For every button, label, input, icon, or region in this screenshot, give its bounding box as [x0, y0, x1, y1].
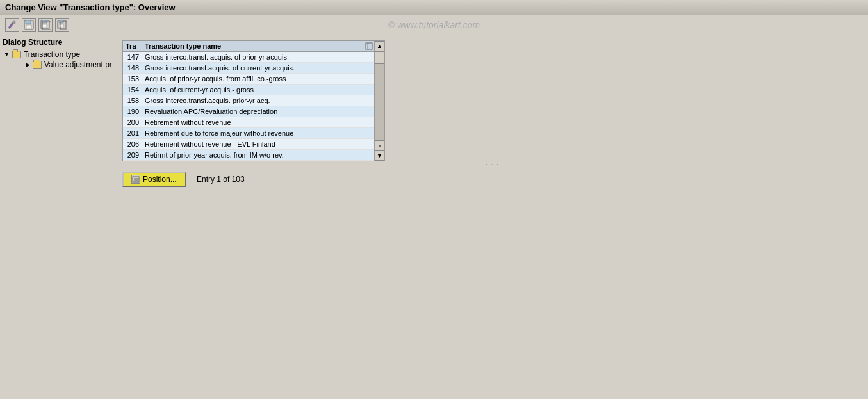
- save2-btn[interactable]: [38, 18, 53, 32]
- content-area: Tra Transaction type name 147: [117, 35, 868, 389]
- row-name-9: Retirmt of prior-year acquis. from IM w/…: [142, 150, 374, 160]
- position-button[interactable]: Position...: [122, 172, 186, 187]
- scroll-down-btn[interactable]: ▼: [375, 151, 385, 161]
- svg-rect-12: [366, 43, 372, 49]
- row-tra-8: 206: [123, 139, 142, 149]
- table-data: Tra Transaction type name 147: [123, 41, 374, 161]
- table-row[interactable]: 200 Retirement without revenue: [123, 117, 374, 128]
- main-layout: Dialog Structure ▼ Transaction type ▶ Va…: [0, 35, 868, 389]
- sidebar: Dialog Structure ▼ Transaction type ▶ Va…: [0, 35, 117, 389]
- col-header-tra[interactable]: Tra: [123, 41, 142, 51]
- save3-btn[interactable]: [55, 18, 69, 32]
- title-text: Change View "Transaction type": Overview: [5, 3, 176, 12]
- divider-icon: · · ·: [486, 161, 499, 167]
- svg-rect-6: [42, 24, 47, 28]
- row-tra-9: 209: [123, 150, 142, 160]
- sidebar-child-label: Value adjustment pr: [44, 60, 112, 69]
- sidebar-item-transaction-type[interactable]: ▼ Transaction type: [3, 49, 114, 60]
- row-tra-2: 153: [123, 74, 142, 84]
- row-name-2: Acquis. of prior-yr acquis. from affil. …: [142, 74, 374, 84]
- row-tra-3: 154: [123, 85, 142, 95]
- row-tra-4: 158: [123, 95, 142, 106]
- folder-icon: [12, 51, 21, 58]
- svg-rect-3: [26, 25, 31, 29]
- col-header-name[interactable]: Transaction type name: [142, 41, 363, 51]
- table-row[interactable]: 147 Gross interco.transf. acquis. of pri…: [123, 52, 374, 63]
- position-btn-label: Position...: [143, 175, 177, 184]
- row-name-1: Gross interco.transf.acquis. of current-…: [142, 63, 374, 73]
- row-name-5: Revaluation APC/Revaluation depreciation: [142, 106, 374, 117]
- row-name-6: Retirement without revenue: [142, 117, 374, 127]
- table-scroll: Tra Transaction type name 147: [123, 41, 384, 161]
- expand-arrow: ▼: [4, 51, 10, 58]
- table-row[interactable]: 153 Acquis. of prior-yr acquis. from aff…: [123, 74, 374, 85]
- table-header: Tra Transaction type name: [123, 41, 374, 52]
- table-row[interactable]: 201 Retirement due to force majeur witho…: [123, 128, 374, 139]
- col-resize-btn[interactable]: [363, 41, 374, 51]
- watermark: © www.tutorialkart.com: [388, 20, 480, 30]
- sidebar-title: Dialog Structure: [3, 38, 114, 47]
- row-name-4: Gross interco.transf.acquis. prior-yr ac…: [142, 95, 374, 106]
- folder-icon-child: [33, 61, 42, 69]
- vertical-scrollbar[interactable]: ▲ ■ ▼: [374, 41, 384, 161]
- row-tra-5: 190: [123, 106, 142, 117]
- table-row[interactable]: 206 Retirement without revenue - EVL Fin…: [123, 139, 374, 150]
- row-name-8: Retirement without revenue - EVL Finland: [142, 139, 374, 149]
- svg-rect-0: [13, 21, 15, 24]
- sidebar-item-value-adjustment[interactable]: ▶ Value adjustment pr: [13, 60, 114, 70]
- table-rows: 147 Gross interco.transf. acquis. of pri…: [123, 52, 374, 161]
- row-name-7: Retirement due to force majeur without r…: [142, 128, 374, 138]
- row-tra-1: 148: [123, 63, 142, 73]
- row-tra-6: 200: [123, 117, 142, 127]
- table-row[interactable]: 190 Revaluation APC/Revaluation deprecia…: [123, 106, 374, 117]
- entry-info: Entry 1 of 103: [197, 175, 245, 184]
- table-row[interactable]: 148 Gross interco.transf.acquis. of curr…: [123, 63, 374, 74]
- divider: · · ·: [122, 161, 863, 167]
- row-tra-0: 147: [123, 52, 142, 62]
- svg-rect-14: [133, 177, 139, 182]
- title-bar: Change View "Transaction type": Overview: [0, 0, 868, 15]
- row-name-3: Acquis. of current-yr acquis.- gross: [142, 85, 374, 95]
- bottom-bar: Position... Entry 1 of 103: [122, 172, 863, 187]
- expand-arrow-child: ▶: [26, 61, 30, 68]
- scroll-thumb[interactable]: [375, 51, 384, 64]
- row-name-0: Gross interco.transf. acquis. of prior-y…: [142, 52, 374, 62]
- scroll-track[interactable]: [375, 51, 384, 140]
- svg-rect-2: [26, 20, 31, 24]
- table-wrapper: Tra Transaction type name 147: [122, 40, 385, 161]
- scroll-mid-btn[interactable]: ■: [375, 140, 385, 151]
- table-row[interactable]: 154 Acquis. of current-yr acquis.- gross: [123, 85, 374, 95]
- position-btn-icon: [131, 175, 140, 184]
- svg-rect-10: [59, 24, 63, 28]
- scroll-up-btn[interactable]: ▲: [375, 41, 385, 51]
- save-btn[interactable]: [22, 18, 36, 32]
- customize-btn[interactable]: [5, 18, 19, 32]
- toolbar: © www.tutorialkart.com: [0, 15, 868, 35]
- sidebar-item-label: Transaction type: [24, 50, 80, 59]
- table-row[interactable]: 209 Retirmt of prior-year acquis. from I…: [123, 150, 374, 161]
- table-row[interactable]: 158 Gross interco.transf.acquis. prior-y…: [123, 95, 374, 106]
- row-tra-7: 201: [123, 128, 142, 138]
